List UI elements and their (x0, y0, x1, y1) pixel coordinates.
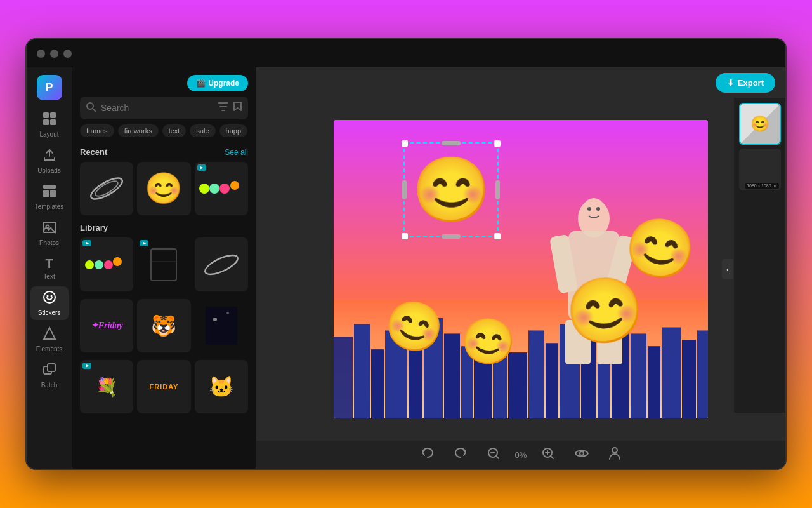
traffic-dot-red (37, 50, 45, 58)
canvas-area: ⬇ Export ‹ (256, 67, 785, 469)
lib-cell-space[interactable] (195, 299, 248, 352)
svg-point-29 (213, 318, 217, 321)
undo-button[interactable] (416, 445, 439, 465)
sidebar-item-stickers[interactable]: Stickers (30, 286, 69, 320)
sidebar-item-templates[interactable]: Templates (30, 180, 69, 214)
upgrade-label: Upgrade (208, 79, 239, 88)
library-grid-2: ✦Friday 🐯 (80, 299, 248, 352)
svg-point-24 (113, 257, 122, 266)
left-sidebar: P Layout Uploads Templates (27, 67, 72, 469)
person-button[interactable] (604, 444, 625, 465)
see-all-button[interactable]: See all (225, 148, 248, 157)
traffic-dot-green (63, 50, 72, 58)
lib-cell-friday-bubble[interactable]: FRIDAY (137, 360, 190, 413)
svg-point-19 (219, 184, 230, 194)
video-badge-2: ▶ (82, 240, 91, 246)
tag-sale[interactable]: sale (190, 124, 215, 137)
app-body: P Layout Uploads Templates (27, 67, 785, 469)
right-panel: 😊 1080 x 1080 px (733, 98, 785, 413)
svg-point-10 (50, 295, 52, 297)
sidebar-item-layout[interactable]: Layout (30, 108, 69, 142)
canvas-bottom-bar: 0% (256, 441, 785, 469)
title-bar (27, 39, 785, 67)
sidebar-item-batch[interactable]: Batch (30, 359, 69, 392)
svg-rect-3 (50, 119, 56, 125)
sidebar-item-elements[interactable]: Elements (30, 323, 69, 356)
svg-point-61 (596, 207, 600, 211)
zoom-in-button[interactable] (537, 444, 560, 465)
eye-button[interactable] (570, 446, 594, 464)
svg-rect-33 (371, 349, 384, 418)
tag-frames[interactable]: frames (80, 124, 114, 137)
tiger-sticker: 🐯 (151, 314, 176, 338)
thumbnail-1[interactable]: 😊 (739, 103, 781, 145)
lib-cell-crown[interactable]: ▶ 💐 (80, 360, 133, 413)
video-badge: ▶ (197, 164, 206, 171)
sticker-cell-dots[interactable]: ▶ (195, 162, 248, 215)
lib-cell-tiger-2[interactable]: 🐱 (195, 360, 248, 413)
svg-point-59 (582, 198, 605, 224)
svg-point-18 (209, 184, 219, 194)
bookmark-icon[interactable] (233, 102, 242, 114)
svg-rect-0 (43, 112, 49, 118)
filter-icon[interactable] (218, 102, 228, 114)
redo-button[interactable] (449, 445, 472, 465)
sidebar-item-uploads-label: Uploads (37, 167, 61, 174)
svg-point-17 (199, 184, 209, 194)
lib-cell-frame[interactable]: ▶ (137, 237, 190, 291)
search-input[interactable] (101, 103, 213, 113)
tags-row: frames fireworks text sale happ (72, 124, 256, 142)
sidebar-item-uploads[interactable]: Uploads (30, 144, 69, 178)
export-icon: ⬇ (727, 78, 734, 88)
app-logo: P (37, 75, 62, 100)
sidebar-item-photos[interactable]: Photos (30, 217, 69, 250)
text-icon: T (45, 257, 53, 271)
tag-happy[interactable]: happ (219, 124, 247, 137)
upgrade-button[interactable]: 🎬 Upgrade (187, 75, 248, 91)
svg-rect-52 (697, 330, 708, 418)
sticker-cell-smiley-yellow[interactable]: 😊 (137, 162, 190, 215)
svg-rect-51 (682, 340, 696, 418)
photos-icon (43, 220, 56, 237)
zoom-out-button[interactable] (482, 444, 505, 465)
lib-cell-friday-text[interactable]: ✦Friday (80, 299, 133, 352)
svg-rect-4 (43, 185, 56, 189)
svg-rect-6 (50, 190, 56, 197)
svg-point-15 (88, 174, 125, 203)
svg-rect-5 (43, 190, 49, 197)
video-badge-icon-4: ▶ (86, 363, 89, 368)
lib-cell-saturn[interactable] (195, 237, 248, 291)
library-section-header: Library (80, 223, 248, 232)
sticker-cell-swirl[interactable] (80, 162, 133, 215)
lib-cell-tiger[interactable]: 🐯 (137, 299, 190, 352)
svg-rect-28 (206, 307, 237, 345)
library-title: Library (80, 223, 108, 232)
panel-header: . 🎬 Upgrade (72, 67, 256, 97)
recent-grid: 😊 ▶ (80, 162, 248, 215)
svg-point-64 (580, 451, 584, 455)
collapse-panel-button[interactable]: ‹ (722, 259, 733, 279)
thumbnail-2[interactable]: 1080 x 1080 px (739, 149, 781, 190)
svg-rect-37 (444, 333, 460, 418)
svg-rect-2 (43, 119, 49, 125)
svg-rect-13 (48, 364, 55, 371)
tag-text[interactable]: text (162, 124, 187, 137)
video-badge-icon: ▶ (200, 165, 203, 170)
svg-rect-1 (50, 112, 56, 118)
panel-scroll: Recent See all 😊 (72, 142, 256, 469)
sidebar-item-elements-label: Elements (36, 345, 63, 352)
lib-cell-dots-animated[interactable]: ▶ (80, 237, 133, 291)
svg-point-20 (230, 181, 239, 190)
svg-point-65 (612, 448, 617, 453)
tag-fireworks[interactable]: fireworks (118, 124, 159, 137)
export-button[interactable]: ⬇ Export (716, 73, 775, 93)
sidebar-item-batch-label: Batch (41, 382, 58, 389)
recent-section-header: Recent See all (80, 147, 248, 157)
video-badge-icon-2: ▶ (86, 241, 89, 246)
main-canvas[interactable]: 😊 😊 😊 😊 (334, 120, 708, 418)
export-label: Export (738, 78, 764, 88)
canvas-size-label: 1080 x 1080 px (745, 183, 779, 189)
stickers-icon (43, 290, 56, 307)
sidebar-item-text[interactable]: T Text (30, 253, 69, 284)
video-badge-3: ▶ (140, 240, 148, 246)
